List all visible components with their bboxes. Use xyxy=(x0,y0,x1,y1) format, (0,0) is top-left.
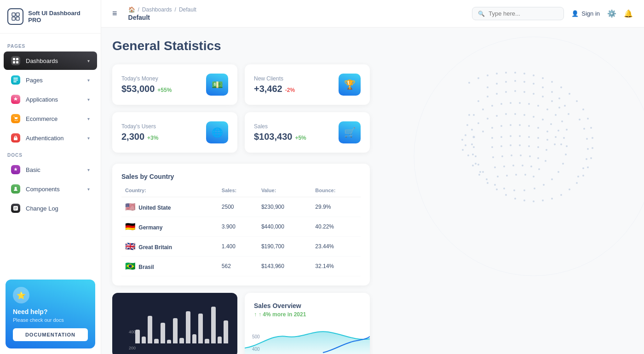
svg-point-45 xyxy=(514,198,516,200)
logo-text: Soft UI Dashboard PRO xyxy=(28,10,93,23)
svg-point-163 xyxy=(524,174,526,176)
svg-point-50 xyxy=(472,165,474,166)
svg-point-62 xyxy=(542,86,544,88)
header: ≡ 🏠 / Dashboards / Default Default 🔍 👤 S… xyxy=(101,0,644,28)
svg-rect-3 xyxy=(16,17,19,20)
bar xyxy=(205,339,209,343)
svg-point-106 xyxy=(486,178,488,180)
flag-icon: 🇺🇸 xyxy=(125,202,135,211)
users-icon: 🌐 xyxy=(206,121,228,143)
chevron-down-icon: ▾ xyxy=(87,116,90,121)
bottom-charts: 400 200 0 Sales Overview ↑ ↑ 4% more in … xyxy=(112,293,370,354)
svg-point-65 xyxy=(564,105,566,107)
country-name: Germany xyxy=(138,224,162,231)
svg-point-90 xyxy=(477,122,479,124)
country-section-title: Sales by Country xyxy=(121,173,361,180)
country-name: Brasil xyxy=(138,264,154,270)
svg-rect-2 xyxy=(12,17,15,20)
sales-cell: 3.900 xyxy=(218,217,258,237)
breadcrumb-path: 🏠 / Dashboards / Default xyxy=(128,6,196,13)
svg-point-18 xyxy=(477,77,479,79)
svg-point-171 xyxy=(577,176,579,177)
country-cell: 🇧🇷 Brasil xyxy=(121,257,218,276)
sidebar-item-label: Change Log xyxy=(26,205,58,212)
svg-point-29 xyxy=(576,100,578,102)
svg-point-109 xyxy=(513,189,515,191)
documentation-button[interactable]: DOCUMENTATION xyxy=(13,328,88,341)
hamburger-icon[interactable]: ≡ xyxy=(112,9,117,18)
svg-rect-1 xyxy=(16,13,19,16)
home-icon[interactable]: 🏠 xyxy=(128,6,135,13)
search-box[interactable]: 🔍 xyxy=(472,7,564,20)
trophy-icon: 🏆 xyxy=(339,74,361,96)
breadcrumb-sep1: / xyxy=(138,6,139,13)
svg-point-162 xyxy=(515,174,517,176)
svg-rect-6 xyxy=(13,61,15,63)
svg-point-141 xyxy=(500,145,502,147)
sales-by-country: Sales by Country Country: Sales: Value: … xyxy=(112,164,370,285)
svg-point-24 xyxy=(533,74,535,76)
help-star-icon: ⭐ xyxy=(13,287,29,303)
svg-point-73 xyxy=(533,93,535,95)
svg-point-112 xyxy=(543,184,545,186)
signin-button[interactable]: 👤 Sign in xyxy=(571,10,600,17)
svg-point-91 xyxy=(487,118,489,120)
svg-point-96 xyxy=(533,116,535,118)
value-cell: $230,900 xyxy=(258,197,311,217)
svg-point-169 xyxy=(586,158,587,160)
stat-card-users: Today's Users 2,300+3% 🌐 xyxy=(112,112,237,153)
notification-icon[interactable]: 🔔 xyxy=(624,9,633,18)
stat-value-money: $53,000+55% xyxy=(121,84,172,94)
sidebar-item-dashboards[interactable]: Dashboards ▾ xyxy=(4,51,97,70)
svg-rect-4 xyxy=(13,58,15,60)
svg-point-144 xyxy=(528,145,530,147)
svg-point-134 xyxy=(510,135,512,137)
svg-point-108 xyxy=(503,188,505,189)
sidebar-item-changelog[interactable]: Change Log xyxy=(4,199,97,217)
sidebar-item-basic[interactable]: Basic ▾ xyxy=(4,160,97,179)
chevron-down-icon: ▾ xyxy=(87,136,90,141)
svg-point-32 xyxy=(590,127,592,129)
sidebar-item-ecommerce[interactable]: Ecommerce ▾ xyxy=(4,109,97,128)
svg-point-56 xyxy=(487,86,489,88)
svg-point-61 xyxy=(533,83,535,85)
sidebar-item-authentication[interactable]: Authentication ▾ xyxy=(4,129,97,147)
svg-point-64 xyxy=(558,97,560,99)
svg-point-31 xyxy=(587,118,589,120)
flag-icon: 🇬🇧 xyxy=(125,242,135,251)
svg-point-53 xyxy=(465,134,466,136)
main-content: ≡ 🏠 / Dashboards / Default Default 🔍 👤 S… xyxy=(101,0,644,354)
sales-overview-card: Sales Overview ↑ ↑ 4% more in 2021 500 4… xyxy=(245,293,370,354)
stat-card-sales: Sales $103,430+5% 🛒 xyxy=(245,112,370,153)
sidebar: Soft UI Dashboard PRO PAGES Dashboards ▾… xyxy=(0,0,101,354)
sidebar-item-components[interactable]: Components ▾ xyxy=(4,180,97,198)
stat-card-clients: New Clients +3,462-2% 🏆 xyxy=(245,64,370,105)
bar xyxy=(135,330,140,343)
sidebar-item-applications[interactable]: Applications ▾ xyxy=(4,90,97,108)
sales-overview-trend: ↑ ↑ 4% more in 2021 xyxy=(254,311,361,318)
svg-point-170 xyxy=(582,167,584,169)
country-cell: 🇬🇧 Great Britain xyxy=(121,237,218,257)
svg-point-81 xyxy=(510,102,512,104)
svg-point-92 xyxy=(496,115,498,117)
svg-point-23 xyxy=(523,73,525,74)
svg-point-125 xyxy=(546,131,548,132)
breadcrumb-parent[interactable]: Dashboards xyxy=(142,6,172,13)
svg-point-110 xyxy=(523,189,525,191)
breadcrumb-leaf: Default xyxy=(179,6,196,13)
bar xyxy=(224,320,228,343)
search-input[interactable] xyxy=(489,10,558,17)
breadcrumb: 🏠 / Dashboards / Default Default xyxy=(128,6,196,21)
bar xyxy=(218,337,222,343)
svg-point-120 xyxy=(500,125,502,127)
settings-icon[interactable]: ⚙️ xyxy=(607,9,616,18)
svg-point-139 xyxy=(554,143,556,145)
svg-point-44 xyxy=(523,200,525,201)
svg-point-150 xyxy=(520,154,522,156)
svg-point-60 xyxy=(523,81,525,83)
sidebar-item-pages[interactable]: Pages ▾ xyxy=(4,71,97,89)
svg-point-46 xyxy=(505,194,507,196)
svg-point-164 xyxy=(533,176,535,177)
help-title: Need help? xyxy=(13,308,88,315)
table-row: 🇧🇷 Brasil 562 $143,960 32.14% xyxy=(121,257,361,276)
